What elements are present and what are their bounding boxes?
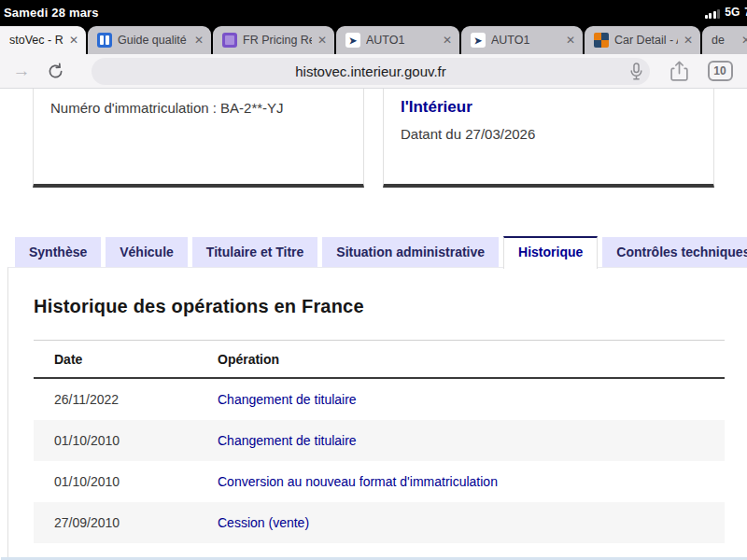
browser-tab-car-detail[interactable]: Car Detail - Ad ✕ [585,26,700,54]
operation-date: 26/11/2022 [34,378,197,420]
forward-arrow-icon[interactable]: → [6,61,37,81]
tab-historique[interactable]: Historique [503,236,598,269]
auto1-arrow-favicon-icon: ➤ [471,33,486,48]
operation-link[interactable]: Changement de titulaire [218,392,357,407]
operation-date: 01/10/2010 [34,420,197,461]
registration-number: Numéro d'immatriculation : BA-2**-YJ [50,100,346,116]
operation-link[interactable]: Conversion au nouveau format d'immatricu… [218,474,498,489]
page-title: Historique des opérations en France [34,296,747,317]
auto1-arrow-favicon-icon: ➤ [345,33,360,48]
operations-table: Date Opération 26/11/2022 Changement de … [34,340,725,543]
tab-situation-administrative[interactable]: Situation administrative [322,237,499,268]
browser-tab-label: de [712,34,736,47]
share-icon[interactable] [663,61,695,82]
address-bar[interactable]: histovec.interieur.gouv.fr [92,58,650,85]
browser-tab-partial[interactable]: de ✕ [702,26,747,54]
table-row: 01/10/2010 Changement de titulaire [34,420,725,461]
column-header-date: Date [34,341,197,379]
certificate-card: l'Intérieur Datant du 27/03/2026 [383,89,714,188]
tab-count: 10 [708,61,733,81]
close-icon[interactable]: ✕ [317,35,327,46]
close-icon[interactable]: ✕ [684,35,693,46]
url-text: histovec.interieur.gouv.fr [92,63,622,79]
tab-vehicule[interactable]: Véhicule [106,237,188,268]
network-type-label: 5G [725,6,740,19]
close-icon[interactable]: ✕ [566,35,575,46]
ministry-title: l'Intérieur [401,98,697,117]
status-indicators: 5G 7 [705,6,747,19]
report-tab-bar: Synthèse Véhicule Titulaire et Titre Sit… [0,236,747,268]
browser-tab-strip: stoVec - Rap ✕ Guide qualité - ✕ FR Pric… [0,24,747,54]
operation-date: 27/09/2010 [34,502,197,543]
status-bar: Samedi 28 mars 5G 7 [0,0,747,24]
browser-tab-histovec[interactable]: stoVec - Rap ✕ [0,26,86,54]
blue-grid-favicon-icon [97,33,112,48]
orange-blue-checker-favicon-icon [594,33,609,48]
status-date: Samedi 28 mars [4,6,99,20]
close-icon[interactable]: ✕ [194,35,204,46]
registration-card: Numéro d'immatriculation : BA-2**-YJ [33,89,364,188]
tab-overview-button[interactable]: 10 [704,61,736,81]
browser-tab-label: Guide qualité - [118,34,189,47]
browser-tab-guide-qualite[interactable]: Guide qualité - ✕ [88,26,211,54]
reload-icon[interactable] [47,63,78,80]
browser-tab-label: AUTO1 [366,34,437,47]
close-icon[interactable]: ✕ [443,35,452,46]
tab-synthese[interactable]: Synthèse [15,237,101,268]
operation-date: 01/10/2010 [34,461,197,502]
table-row: 27/09/2010 Cession (vente) [34,502,725,543]
purple-doc-favicon-icon [222,33,237,48]
certificate-date: Datant du 27/03/2026 [401,126,697,142]
browser-tab-label: stoVec - Rap [9,34,63,47]
column-header-operation: Opération [197,341,725,379]
cellular-signal-icon [705,9,721,19]
historique-panel: Historique des opérations en France Date… [7,267,747,560]
browser-tab-fr-pricing[interactable]: FR Pricing Req ✕ [213,26,334,54]
histovec-report-page: Numéro d'immatriculation : BA-2**-YJ l'I… [0,89,747,560]
browser-tab-label: FR Pricing Req [243,34,312,47]
browser-toolbar: → histovec.interieur.gouv.fr 10 [0,54,747,89]
browser-tab-label: AUTO1 [491,34,560,47]
close-icon[interactable]: ✕ [741,35,747,46]
table-row: 26/11/2022 Changement de titulaire [34,378,725,420]
operation-link[interactable]: Changement de titulaire [218,433,357,448]
close-icon[interactable]: ✕ [69,35,78,46]
browser-tab-auto1-b[interactable]: ➤ AUTO1 ✕ [461,26,583,54]
browser-tab-label: Car Detail - Ad [614,34,678,47]
table-header-row: Date Opération [34,341,725,379]
browser-tab-auto1-a[interactable]: ➤ AUTO1 ✕ [336,26,459,54]
operation-link[interactable]: Cession (vente) [218,515,309,530]
tab-controles-techniques[interactable]: Contrôles techniques [602,237,747,268]
microphone-icon[interactable] [622,63,650,80]
table-row: 01/10/2010 Conversion au nouveau format … [34,461,725,502]
tab-titulaire-et-titre[interactable]: Titulaire et Titre [192,237,318,268]
